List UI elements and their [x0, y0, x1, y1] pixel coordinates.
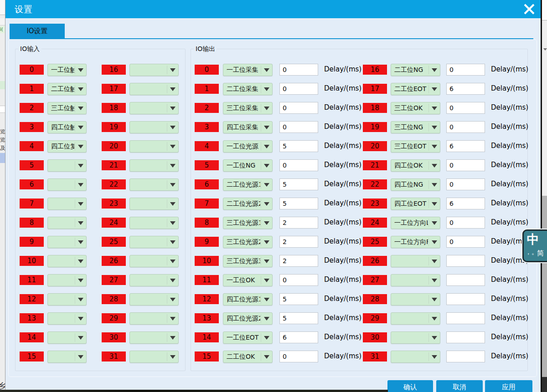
io-input-select[interactable]	[129, 198, 179, 210]
io-input-select[interactable]	[129, 293, 179, 305]
io-input-select[interactable]	[129, 140, 179, 153]
io-input-select[interactable]	[47, 351, 87, 363]
io-input-select[interactable]	[47, 293, 87, 305]
io-output-delay-input[interactable]	[446, 217, 485, 229]
io-output-delay-input[interactable]	[279, 178, 318, 190]
io-output-select[interactable]	[391, 331, 440, 344]
io-output-delay-input[interactable]	[279, 293, 318, 305]
io-output-delay-input[interactable]	[279, 236, 318, 248]
io-output-select[interactable]: 一工位NG	[223, 159, 273, 172]
io-output-select[interactable]: 三工位EOT	[391, 140, 440, 153]
io-input-select[interactable]: 二工位触发	[47, 83, 87, 95]
io-input-select[interactable]	[129, 274, 179, 286]
io-output-delay-input[interactable]	[446, 83, 485, 95]
io-output-delay-input[interactable]	[279, 217, 318, 229]
io-input-select[interactable]	[47, 159, 87, 172]
io-output-select[interactable]: 四工位EOT	[391, 198, 440, 210]
io-input-select[interactable]: 四工位复制	[47, 140, 87, 153]
io-output-select[interactable]: 三工位采集	[223, 102, 273, 114]
io-output-delay-input[interactable]	[279, 64, 318, 76]
cancel-button[interactable]: 取消	[436, 380, 483, 392]
io-output-select[interactable]: 二工位NG	[391, 64, 440, 76]
io-output-select[interactable]: 三工位光源2	[223, 236, 273, 248]
io-input-select[interactable]	[129, 331, 179, 344]
io-output-select[interactable]: 四工位光源2	[223, 312, 273, 325]
io-output-select[interactable]: 三工位OK	[391, 102, 440, 114]
io-output-select[interactable]	[391, 351, 440, 363]
io-output-select[interactable]: 一工位EOT	[223, 331, 273, 344]
apply-button[interactable]: 应用	[485, 380, 532, 392]
io-output-delay-input[interactable]	[279, 102, 318, 114]
io-input-select[interactable]	[47, 274, 87, 286]
io-output-select[interactable]: 四工位NG	[391, 178, 440, 191]
io-input-select[interactable]	[129, 102, 179, 114]
io-output-select[interactable]: 一工位方向R	[391, 236, 440, 248]
io-output-select[interactable]: 四工位光源1	[223, 293, 273, 305]
io-output-select[interactable]: 二工位光源1	[223, 178, 273, 191]
io-output-delay-input[interactable]	[279, 121, 318, 133]
io-output-delay-input[interactable]	[446, 255, 485, 267]
io-output-select[interactable]: 二工位OK	[223, 351, 273, 363]
io-input-select[interactable]	[129, 121, 179, 133]
io-output-delay-input[interactable]	[279, 159, 318, 171]
io-output-delay-input[interactable]	[446, 159, 485, 171]
io-input-select[interactable]	[129, 312, 179, 325]
io-output-select[interactable]: 一工位OK	[223, 274, 273, 286]
io-output-select[interactable]: 三工位光源1	[223, 217, 273, 229]
io-input-select[interactable]: 三工位触发	[47, 102, 87, 114]
io-input-select[interactable]	[129, 83, 179, 95]
io-input-select[interactable]: 一工位触发	[47, 64, 87, 76]
ime-indicator[interactable]: 中 ，。 简	[522, 229, 547, 262]
io-output-delay-input[interactable]	[446, 274, 485, 286]
io-output-delay-input[interactable]	[446, 102, 485, 114]
io-output-select[interactable]	[391, 312, 440, 325]
io-input-select[interactable]	[47, 255, 87, 267]
io-output-delay-input[interactable]	[446, 312, 485, 324]
io-output-select[interactable]	[391, 255, 440, 267]
io-output-select[interactable]: 四工位采集	[223, 121, 273, 133]
io-input-select[interactable]	[129, 351, 179, 363]
io-output-delay-input[interactable]	[279, 140, 318, 152]
io-input-select[interactable]	[47, 217, 87, 229]
io-output-select[interactable]: 二工位EOT	[391, 83, 440, 95]
io-output-select[interactable]: 一工位采集	[223, 64, 273, 76]
io-output-delay-input[interactable]	[279, 198, 318, 209]
io-output-delay-input[interactable]	[446, 64, 485, 76]
io-output-select[interactable]	[391, 274, 440, 286]
io-output-delay-input[interactable]	[279, 255, 318, 267]
io-output-delay-input[interactable]	[446, 331, 485, 343]
io-input-select[interactable]	[129, 236, 179, 248]
io-output-delay-input[interactable]	[446, 178, 485, 190]
io-output-select[interactable]: 一工位光源	[223, 140, 273, 153]
io-input-select[interactable]	[47, 331, 87, 344]
io-output-select[interactable]	[391, 293, 440, 305]
io-input-select[interactable]	[129, 159, 179, 172]
io-output-select[interactable]: 三工位NG	[391, 121, 440, 133]
close-button[interactable]	[521, 1, 537, 17]
io-output-delay-input[interactable]	[446, 236, 485, 248]
io-output-delay-input[interactable]	[446, 351, 485, 362]
io-output-select[interactable]: 四工位OK	[391, 159, 440, 172]
io-input-select[interactable]	[129, 217, 179, 229]
io-output-delay-input[interactable]	[279, 331, 318, 343]
io-output-select[interactable]: 一工位方向L	[391, 217, 440, 229]
tab-io-settings[interactable]: IO设置	[10, 24, 65, 38]
io-input-select[interactable]	[47, 236, 87, 248]
io-output-delay-input[interactable]	[279, 312, 318, 324]
io-output-delay-input[interactable]	[279, 274, 318, 286]
io-output-select[interactable]: 三工位光源3	[223, 255, 273, 267]
io-output-select[interactable]: 二工位采集	[223, 83, 273, 95]
io-input-select[interactable]: 四工位触发	[47, 121, 87, 133]
io-input-select[interactable]	[129, 178, 179, 191]
io-input-select[interactable]	[129, 64, 179, 76]
io-input-select[interactable]	[47, 312, 87, 325]
io-output-select[interactable]: 二工位光源2	[223, 198, 273, 210]
io-output-delay-input[interactable]	[446, 198, 485, 209]
io-input-select[interactable]	[47, 198, 87, 210]
io-input-select[interactable]	[129, 255, 179, 267]
io-output-delay-input[interactable]	[446, 121, 485, 133]
io-input-select[interactable]	[47, 178, 87, 191]
io-output-delay-input[interactable]	[446, 293, 485, 305]
io-output-delay-input[interactable]	[279, 83, 318, 95]
io-output-delay-input[interactable]	[279, 351, 318, 362]
